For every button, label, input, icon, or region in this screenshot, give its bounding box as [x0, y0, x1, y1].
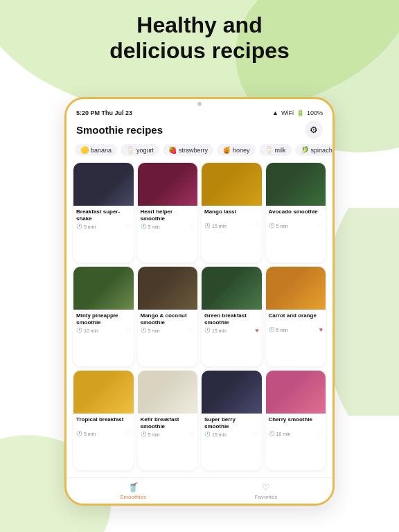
heart-icon[interactable]: ♡ [317, 222, 323, 229]
recipe-card[interactable]: Super berry smoothie🕐15 min♡ [202, 371, 262, 470]
recipe-image [138, 371, 198, 414]
clock-icon: 🕐 [204, 328, 211, 333]
heart-icon[interactable]: ♡ [125, 327, 131, 334]
recipe-time: 🕐15 min [204, 432, 227, 437]
recipe-image [266, 163, 326, 206]
filter-chip-banana[interactable]: 🟡banana [75, 144, 117, 156]
recipe-time: 🕐5 min [76, 431, 96, 436]
tab-favorites[interactable]: ♡Favorites [200, 478, 332, 504]
tab-bar: 🥤Smoothies♡Favorites [66, 477, 332, 504]
recipe-time: 🕐5 min [141, 224, 160, 229]
recipe-name: Green breakfast smoothie [204, 312, 259, 326]
recipe-time: 🕐15 min [204, 223, 227, 229]
settings-button[interactable]: ⚙ [305, 121, 323, 139]
heart-icon[interactable]: ♡ [189, 223, 195, 230]
battery-percent: 100% [307, 109, 323, 116]
recipe-name: Kefir breakfast smoothie [141, 416, 195, 429]
clock-icon: 🕐 [269, 223, 275, 229]
recipe-card[interactable]: Green breakfast smoothie🕐15 min♥ [202, 267, 262, 366]
recipe-card[interactable]: Heart helper smoothie🕐5 min♡ [138, 163, 198, 263]
recipe-name: Mango & coconut smoothie [141, 312, 195, 326]
recipe-image [73, 371, 134, 414]
recipe-time: 🕐15 min [204, 328, 227, 333]
chip-label: milk [275, 147, 286, 154]
heart-icon[interactable]: ♥ [319, 326, 323, 333]
recipe-name: Cherry smoothie [269, 416, 323, 429]
recipe-grid: Breakfast super-shake🕐5 min♡Heart helper… [66, 160, 332, 475]
heart-icon[interactable]: ♥ [255, 327, 258, 334]
recipe-card[interactable]: Mango lassi🕐15 min♡ [202, 163, 262, 263]
recipe-name: Carrot and orange [269, 312, 323, 325]
recipe-name: Breakfast super-shake [76, 209, 131, 222]
recipe-image [73, 267, 134, 310]
recipe-image [73, 163, 134, 206]
clock-icon: 🕐 [76, 431, 82, 436]
recipe-card[interactable]: Tropical breakfast🕐5 min♡ [73, 371, 134, 470]
clock-icon: 🕐 [76, 328, 82, 333]
clock-icon: 🕐 [204, 432, 211, 437]
signal-icon: ▲ [272, 109, 278, 116]
chip-label: banana [91, 147, 112, 154]
chip-label: spinach [311, 147, 332, 154]
filter-bar: 🟡banana🥛yogurt🍓strawberry🍯honey🥛milk🥬spi… [66, 141, 332, 160]
recipe-image [266, 267, 326, 310]
device-frame: 5:20 PM Thu Jul 23 ▲ WiFi 🔋 100% Smoothi… [64, 97, 335, 506]
status-bar: 5:20 PM Thu Jul 23 ▲ WiFi 🔋 100% [66, 106, 332, 118]
battery-icon: 🔋 [296, 109, 304, 116]
recipe-image [138, 163, 198, 206]
heart-icon[interactable]: ♡ [125, 223, 131, 230]
tab-label-favorites: Favorites [255, 494, 278, 500]
clock-icon: 🕐 [141, 224, 147, 229]
filter-chip-spinach[interactable]: 🥬spinach [295, 144, 332, 156]
recipe-card[interactable]: Carrot and orange🕐5 min♥ [266, 267, 326, 366]
clock-icon: 🕐 [204, 223, 211, 229]
clock-icon: 🕐 [141, 328, 147, 333]
recipe-card[interactable]: Minty pineapple smoothie🕐10 min♡ [73, 267, 134, 366]
tab-smoothies[interactable]: 🥤Smoothies [66, 478, 200, 504]
recipe-image [266, 371, 326, 414]
clock-icon: 🕐 [141, 432, 147, 437]
recipe-card[interactable]: Mango & coconut smoothie🕐5 min♡ [138, 267, 198, 366]
filter-chip-strawberry[interactable]: 🍓strawberry [163, 144, 213, 156]
chip-label: strawberry [179, 147, 208, 154]
recipe-time: 🕐5 min [269, 223, 288, 229]
recipe-time: 🕐10 min [76, 328, 98, 333]
gear-icon: ⚙ [310, 125, 318, 135]
recipe-name: Heart helper smoothie [141, 209, 195, 222]
recipe-image [138, 267, 198, 310]
heart-icon[interactable]: ♡ [254, 431, 259, 438]
filter-chip-honey[interactable]: 🍯honey [217, 144, 256, 156]
recipe-image [202, 267, 262, 310]
app-title: Smoothie recipes [76, 124, 163, 136]
clock-icon: 🕐 [76, 224, 82, 229]
recipe-card[interactable]: Kefir breakfast smoothie🕐5 min♡ [138, 371, 198, 470]
tab-icon-favorites: ♡ [262, 482, 270, 493]
heading-line2: delicious recipes [109, 38, 290, 63]
status-right-icons: ▲ WiFi 🔋 100% [272, 109, 323, 116]
page-header: Healthy and delicious recipes [0, 12, 399, 64]
chip-label: yogurt [136, 147, 154, 154]
recipe-card[interactable]: Breakfast super-shake🕐5 min♡ [73, 163, 134, 263]
recipe-time: 🕐5 min [141, 328, 160, 333]
recipe-image [202, 163, 262, 206]
recipe-time: 🕐5 min [141, 432, 160, 437]
heart-icon[interactable]: ♡ [254, 222, 259, 229]
heart-icon[interactable]: ♡ [125, 430, 131, 437]
heart-icon[interactable]: ♡ [317, 430, 323, 437]
recipe-card[interactable]: Cherry smoothie🕐10 min♡ [266, 371, 326, 470]
recipe-name: Super berry smoothie [204, 416, 259, 429]
recipe-time: 🕐5 min [269, 327, 288, 332]
filter-chip-milk[interactable]: 🥛milk [259, 144, 292, 156]
heading-line1: Healthy and [136, 12, 262, 37]
filter-chip-yogurt[interactable]: 🥛yogurt [121, 144, 159, 156]
chip-label: honey [233, 147, 250, 154]
heart-icon[interactable]: ♡ [189, 327, 195, 334]
clock-icon: 🕐 [269, 327, 275, 332]
recipe-time: 🕐5 min [76, 224, 96, 229]
clock-icon: 🕐 [269, 431, 275, 436]
heart-icon[interactable]: ♡ [189, 431, 195, 438]
wifi-icon: WiFi [281, 109, 294, 116]
recipe-name: Mango lassi [204, 209, 259, 221]
recipe-name: Avocado smoothie [269, 209, 323, 221]
recipe-card[interactable]: Avocado smoothie🕐5 min♡ [266, 163, 326, 263]
